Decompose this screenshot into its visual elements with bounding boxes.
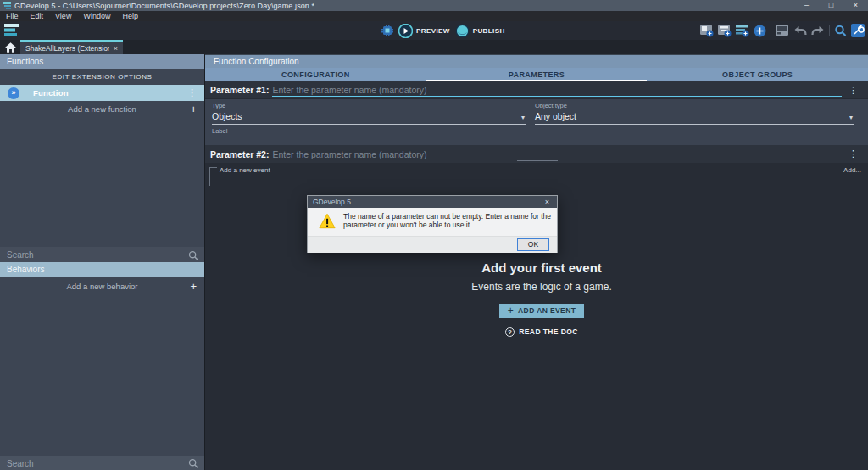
gdevelop-logo-icon: [3, 2, 11, 9]
menu-file[interactable]: File: [0, 11, 25, 21]
preview-button[interactable]: PREVIEW: [398, 24, 450, 38]
bottom-search: [0, 456, 204, 470]
object-type-select[interactable]: Object type Any object ▾: [535, 102, 854, 125]
add-behavior-button[interactable]: Add a new behavior +: [0, 279, 204, 293]
search-icon[interactable]: [834, 25, 847, 37]
redo-icon[interactable]: [811, 25, 825, 36]
behaviors-search-input[interactable]: [0, 250, 188, 260]
add-more-link[interactable]: Add...: [843, 166, 861, 174]
open-project-manager-icon[interactable]: [776, 25, 789, 36]
parameter-1-row: Parameter #1: ⋮: [205, 81, 868, 98]
menubar: File Edit View Window Help: [0, 11, 868, 21]
read-the-doc-label: READ THE DOC: [519, 327, 578, 336]
events-empty-state: Add your first event Events are the logi…: [415, 260, 669, 338]
read-the-doc-link[interactable]: ? READ THE DOC: [505, 327, 578, 337]
plus-icon: +: [190, 104, 197, 115]
dialog-title: GDevelop 5: [308, 198, 537, 206]
home-tab[interactable]: [0, 40, 20, 54]
debug-chip-icon: [381, 25, 393, 36]
project-manager-icon: [4, 24, 19, 36]
behaviors-search: [0, 247, 204, 263]
type-select[interactable]: Type Objects ▾: [212, 102, 526, 125]
play-icon: [398, 24, 413, 38]
magnifier-icon: [188, 250, 198, 260]
empty-state-description: Events are the logic of a game.: [415, 281, 669, 293]
publish-label: PUBLISH: [473, 27, 505, 35]
parameter-1-name-input[interactable]: [272, 83, 842, 97]
close-button[interactable]: ×: [843, 0, 868, 11]
function-item-label: Function: [33, 88, 69, 98]
menu-edit[interactable]: Edit: [25, 11, 50, 21]
window-titlebar: GDevelop 5 - C:\Users\Sojourner\Document…: [0, 0, 868, 11]
label-field-underline: [212, 143, 860, 143]
function-configuration-panel: Function Configuration CONFIGURATION PAR…: [204, 54, 868, 470]
empty-state-title: Add your first event: [415, 260, 669, 275]
parameter-1-label-field[interactable]: Label: [205, 125, 868, 145]
preview-label: PREVIEW: [416, 27, 450, 35]
add-an-event-label: ADD AN EVENT: [518, 306, 576, 315]
tabbar: ShakeAllLayers (Extension) ×: [0, 40, 868, 54]
minimize-button[interactable]: –: [794, 0, 819, 11]
project-manager-button[interactable]: [4, 24, 19, 40]
function-options-menu-icon[interactable]: ⋮: [187, 88, 204, 98]
functions-header: Functions: [0, 54, 204, 69]
publish-button[interactable]: PUBLISH: [455, 24, 505, 38]
bottom-search-input[interactable]: [0, 459, 188, 468]
menu-window[interactable]: Window: [77, 11, 116, 21]
add-function-button[interactable]: Add a new function +: [0, 102, 204, 115]
parameter-2-menu-icon[interactable]: ⋮: [849, 149, 868, 159]
configuration-tabs: CONFIGURATION PARAMETERS OBJECT GROUPS: [205, 68, 868, 81]
add-external-events-icon[interactable]: [718, 25, 732, 37]
alert-dialog: GDevelop 5 × The name of a parameter can…: [307, 195, 558, 253]
tools-icon[interactable]: [851, 24, 865, 37]
panel-title: Function Configuration: [205, 54, 868, 68]
type-label: Type: [212, 102, 526, 109]
add-new-event-link[interactable]: Add a new event: [220, 166, 270, 174]
maximize-button[interactable]: □: [819, 0, 843, 11]
tab-parameters[interactable]: PARAMETERS: [426, 68, 648, 81]
plus-icon: +: [190, 281, 197, 292]
add-an-event-button[interactable]: + ADD AN EVENT: [499, 304, 585, 318]
functions-sidebar: Functions EDIT EXTENSION OPTIONS » Funct…: [0, 54, 204, 470]
type-value: Objects: [212, 111, 526, 121]
parameter-2-label: Parameter #2:: [210, 149, 269, 159]
parameter-2-name-input[interactable]: [272, 148, 842, 161]
function-list-item[interactable]: » Function ⋮: [0, 85, 204, 101]
tab-close-icon[interactable]: ×: [109, 44, 118, 53]
add-external-layout-icon[interactable]: [736, 25, 749, 37]
tab-shakealllayers[interactable]: ShakeAllLayers (Extension) ×: [20, 40, 123, 54]
undo-icon[interactable]: [793, 25, 807, 36]
toolbar: PREVIEW PUBLISH: [0, 21, 868, 40]
edit-extension-options-button[interactable]: EDIT EXTENSION OPTIONS: [0, 71, 204, 82]
home-icon: [5, 42, 16, 53]
event-indent-bracket: [209, 167, 217, 186]
chevron-down-icon: ▾: [521, 114, 525, 121]
window-title: GDevelop 5 - C:\Users\Sojourner\Document…: [14, 2, 314, 10]
behaviors-header: Behaviors: [0, 262, 204, 277]
ok-button[interactable]: OK: [517, 238, 549, 251]
toolbar-separator: [771, 25, 771, 36]
warning-icon: [319, 213, 336, 229]
function-icon: »: [8, 87, 19, 99]
add-extension-icon[interactable]: [754, 25, 766, 37]
parameter-1-type-panel: Type Objects ▾ Object type Any object ▾: [205, 99, 868, 125]
plus-icon: +: [508, 305, 514, 316]
dialog-titlebar: GDevelop 5 ×: [308, 196, 557, 208]
add-scene-icon[interactable]: [700, 25, 714, 37]
gdevelop-window: GDevelop 5 - C:\Users\Sojourner\Document…: [0, 0, 868, 470]
parameter-1-label: Parameter #1:: [210, 85, 269, 95]
debug-button[interactable]: [381, 25, 393, 36]
dialog-message: The name of a parameter can not be empty…: [343, 212, 554, 229]
menu-help[interactable]: Help: [116, 11, 144, 21]
publish-icon: [455, 24, 470, 38]
dialog-close-icon[interactable]: ×: [537, 198, 557, 206]
tab-label: ShakeAllLayers (Extension): [25, 44, 109, 53]
tab-configuration[interactable]: CONFIGURATION: [205, 68, 426, 81]
add-behavior-label: Add a new behavior: [0, 282, 204, 291]
add-function-label: Add a new function: [0, 104, 204, 114]
label-field-caption: Label: [212, 127, 227, 135]
parameter-1-menu-icon[interactable]: ⋮: [849, 86, 868, 95]
toolbar-separator: [829, 25, 830, 36]
menu-view[interactable]: View: [49, 11, 77, 21]
tab-object-groups[interactable]: OBJECT GROUPS: [647, 68, 868, 81]
